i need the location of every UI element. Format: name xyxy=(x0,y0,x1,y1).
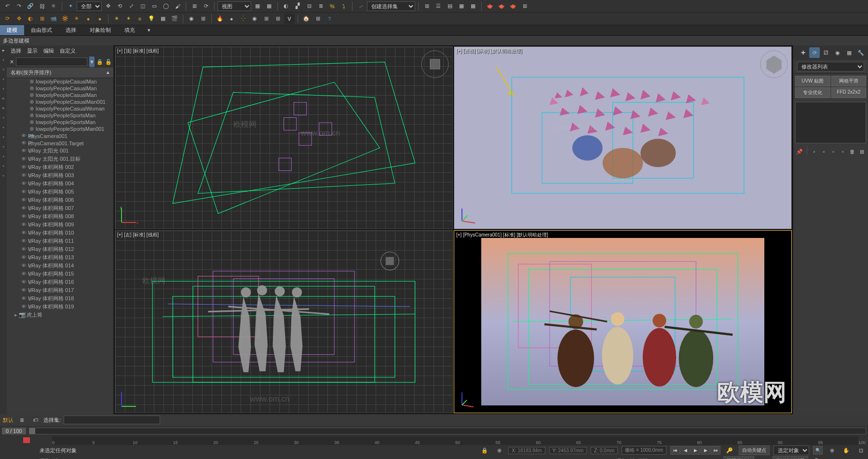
scene-item[interactable]: 👁 ◇VRay 体积网格 003 xyxy=(7,171,113,180)
viewport-perspective[interactable]: [+] [透视] [标准] [默认明暗处理] xyxy=(454,46,792,229)
nav-maxtoggle-icon[interactable]: ⊞ xyxy=(855,456,866,459)
rotate-icon[interactable]: ⟲ xyxy=(114,1,125,12)
grid-icon[interactable]: ⊞ xyxy=(519,1,530,12)
tool4-icon[interactable]: ⟋ xyxy=(355,1,366,12)
tool5-icon[interactable]: ⊞ xyxy=(421,1,432,12)
key-filter-button[interactable]: 关键点过滤器 xyxy=(773,456,808,459)
rail-icon-1[interactable]: ▸ xyxy=(0,45,7,55)
cmd-hierarchy-icon[interactable]: ⚂ xyxy=(821,47,831,58)
place-icon[interactable]: ◫ xyxy=(137,1,148,12)
tab-freeform[interactable]: 自由形式 xyxy=(24,25,59,35)
render-setup-icon[interactable]: ▦ xyxy=(456,1,467,12)
rail-icon-13[interactable]: ▫ xyxy=(0,161,7,171)
tag-icon[interactable]: 🏷 xyxy=(30,415,41,425)
tab-populate[interactable]: 填充 xyxy=(118,25,142,35)
set-key-button[interactable]: 设置关键点 xyxy=(723,456,754,459)
rect-select-icon[interactable]: ▭ xyxy=(149,1,160,12)
scene-item[interactable]: 👁 ◇VRay 体积网格 002 xyxy=(7,163,113,171)
dots-icon[interactable]: ⁛ xyxy=(238,14,248,24)
undo-icon[interactable]: ↶ xyxy=(2,1,13,12)
scene-item[interactable]: 👁 ◇VRay 体积网格 004 xyxy=(7,180,113,188)
teapot3-icon[interactable]: 🫖 xyxy=(508,1,518,12)
zoom-icon[interactable]: ◐ xyxy=(25,14,36,24)
stack-tool3-icon[interactable]: ▫ xyxy=(829,146,838,157)
box-icon[interactable]: ▦ xyxy=(158,14,168,24)
scene-item[interactable]: 👁 ◇VRay 体积网格 017 xyxy=(7,286,113,294)
header-display[interactable]: 显示 xyxy=(27,47,38,55)
scene-item[interactable]: 👁 ◇VRay 体积网格 016 xyxy=(7,278,113,286)
nav-pan-icon[interactable]: ✋ xyxy=(841,445,852,456)
bars-icon[interactable]: ≡ xyxy=(135,14,145,24)
scene-list-header[interactable]: 名称(按升序排序) ▴ xyxy=(7,68,113,78)
scene-item[interactable]: 👁 ◇VRay 体积网格 005 xyxy=(7,188,113,196)
mod-uvw-button[interactable]: UVW 贴图 xyxy=(795,76,830,86)
add-time-tag[interactable]: 添加时间标记 xyxy=(616,458,648,459)
bind-icon[interactable]: ⚛ xyxy=(48,1,59,12)
rail-icon-8[interactable]: ▫ xyxy=(0,113,7,123)
cmd-display-icon[interactable]: ▦ xyxy=(844,47,854,58)
rail-icon-6[interactable]: ≈ xyxy=(0,94,7,103)
window2-icon[interactable]: ⊞ xyxy=(272,14,283,24)
scene-item[interactable]: 👁 ◇VRay 体积网格 010 xyxy=(7,229,113,237)
viewport-left[interactable]: [+] [左] [标准] [线框] xyxy=(115,230,453,413)
viewport-left-label[interactable]: [+] [左] [标准] [线框] xyxy=(117,232,159,238)
subtab-polymodeling[interactable]: 多边形建模 xyxy=(3,37,29,44)
scene-item[interactable]: 👁 ◇VRay 体积网格 009 xyxy=(7,221,113,229)
goto-end-icon[interactable]: ⏭ xyxy=(711,446,720,455)
circle-icon[interactable]: ◉ xyxy=(186,14,197,24)
lock1-icon[interactable]: 🔒 xyxy=(96,56,103,67)
timeline-slider[interactable] xyxy=(29,428,866,434)
stack-tool1-icon[interactable]: ▫ xyxy=(810,146,819,157)
selection-filter-dropdown[interactable]: 全部 xyxy=(77,1,102,11)
sphere-icon[interactable]: ● xyxy=(226,14,237,24)
time-ruler[interactable]: 0510152025303540455055606570758085909510… xyxy=(52,436,858,445)
scene-item[interactable]: lowpolyPeopleCasualMan xyxy=(7,92,113,98)
link-icon[interactable]: 🔗 xyxy=(25,1,36,12)
auto-key-button[interactable]: 自动关键点 xyxy=(739,445,770,455)
lasso-icon[interactable]: ◯ xyxy=(161,1,171,12)
lock-transform-icon[interactable]: 🔒 xyxy=(479,445,490,456)
scene-item[interactable]: 👁 ◇VRay 体积网格 006 xyxy=(7,196,113,204)
pan-icon[interactable]: ✥ xyxy=(14,14,24,24)
rail-icon-7[interactable]: ≈ xyxy=(0,103,7,113)
modifier-stack[interactable] xyxy=(795,102,866,143)
scene-item[interactable]: 👁 ◇VRay 体积网格 019 xyxy=(7,303,113,311)
snap-icon[interactable]: ⊞ xyxy=(189,1,200,12)
cmd-modify-icon[interactable]: ⟳ xyxy=(809,47,820,58)
angle-snap-icon[interactable]: ⟳ xyxy=(201,1,211,12)
next-frame-icon[interactable]: ▶ xyxy=(701,446,710,455)
mod-prooptimize-button[interactable]: 专业优化 xyxy=(795,87,830,98)
prev-frame-icon[interactable]: ◀ xyxy=(680,446,690,455)
coord-y[interactable]: Y: 2463.97mm xyxy=(549,447,587,454)
cmd-utilities-icon[interactable]: 🔧 xyxy=(855,47,866,58)
viewcube-icon[interactable] xyxy=(420,50,449,79)
scene-item[interactable]: lowpolyPeopleCasualMan xyxy=(7,85,113,92)
vray-icon[interactable]: V xyxy=(284,14,295,24)
header-edit[interactable]: 编辑 xyxy=(43,47,54,55)
tab-selection[interactable]: 选择 xyxy=(59,25,83,35)
teapot2-icon[interactable]: 🫖 xyxy=(496,1,507,12)
nav-zoom2-icon[interactable]: 🔍 xyxy=(812,456,823,459)
coord-z[interactable]: Z: 0.0mm xyxy=(591,447,618,454)
nav-zoom-icon[interactable]: 🔍 xyxy=(813,446,823,455)
viewport-camera[interactable]: [+] [PhysCamera001] [标准] [默认明暗处理] xyxy=(454,230,792,413)
scene-item[interactable]: lowpolyPeopleSportsMan xyxy=(7,119,113,125)
play-icon[interactable]: ▶ xyxy=(691,446,700,455)
clapper-icon[interactable]: 🎬 xyxy=(169,14,180,24)
camera-icon[interactable]: 📹 xyxy=(48,14,59,24)
key-mode-icon[interactable]: 🔑 xyxy=(724,445,735,456)
schematic-icon[interactable]: ☰ xyxy=(433,1,444,12)
percent-icon[interactable]: % xyxy=(327,1,338,12)
tool3-icon[interactable]: ◐ xyxy=(281,1,291,12)
key-filter-icon[interactable]: ⚷ xyxy=(758,456,769,459)
nav-fov-icon[interactable]: ◐ xyxy=(827,456,837,459)
scene-item[interactable]: 👁 ◇VRay 太阳光 001 xyxy=(7,147,113,155)
rail-icon-2[interactable]: ▫ xyxy=(0,55,7,65)
rail-icon-3[interactable]: ▫ xyxy=(0,65,7,74)
create1-icon[interactable]: ⊞ xyxy=(37,14,47,24)
light2-icon[interactable]: ☀ xyxy=(71,14,82,24)
scene-item[interactable]: lowpolyPeopleCasualMan xyxy=(7,78,113,85)
scene-item[interactable]: lowpolyPeopleCasualWoman xyxy=(7,105,113,112)
tab-object-paint[interactable]: 对象绘制 xyxy=(83,25,118,35)
close-panel-icon[interactable]: ✕ xyxy=(10,56,14,67)
